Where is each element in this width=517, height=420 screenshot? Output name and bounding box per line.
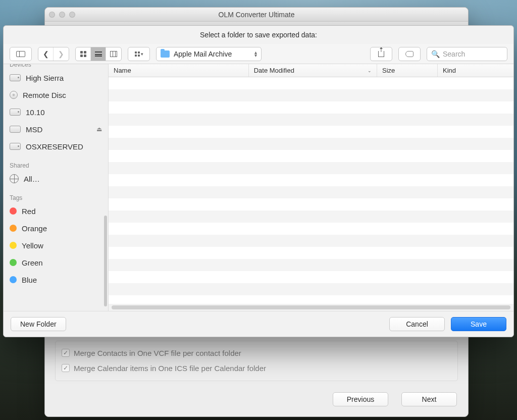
icon-view-button[interactable] (76, 47, 91, 61)
cancel-button[interactable]: Cancel (389, 317, 445, 331)
location-popup[interactable]: Apple Mail Archive ▴▾ (156, 47, 262, 61)
external-drive-icon (10, 126, 21, 133)
sidebar-section-devices: Devices (4, 64, 108, 69)
column-date-modified[interactable]: Date Modified ⌄ (249, 64, 377, 77)
sidebar-item-tag[interactable]: Green (4, 254, 108, 271)
sidebar-item-shared[interactable]: All… (4, 170, 108, 187)
export-options-panel: ✓ Merge Contacts in One VCF file per con… (55, 341, 458, 381)
tag-icon (405, 51, 413, 57)
sidebar: Devices High Sierra Remote Disc 10.10 MS… (4, 64, 109, 311)
sidebar-item-device[interactable]: Remote Disc (4, 86, 108, 103)
network-icon (10, 174, 19, 183)
column-kind[interactable]: Kind (438, 64, 513, 77)
tag-color-icon (10, 207, 17, 215)
horizontal-scrollbar[interactable] (109, 304, 513, 311)
hdd-icon (10, 143, 21, 150)
sidebar-item-label: Red (22, 207, 36, 216)
sidebar-item-tag[interactable]: Yellow (4, 237, 108, 254)
search-field[interactable]: 🔍 Search (427, 47, 507, 61)
tag-color-icon (10, 259, 17, 266)
disc-icon (10, 91, 18, 99)
search-icon: 🔍 (431, 50, 440, 58)
sidebar-item-label: MSD (26, 125, 42, 134)
folder-icon (161, 50, 170, 58)
sidebar-toggle[interactable] (10, 47, 32, 61)
sheet-prompt: Select a folder to save exported data: (4, 26, 513, 44)
save-button[interactable]: Save (451, 317, 506, 331)
titlebar[interactable]: OLM Converter Ultimate (45, 8, 468, 22)
merge-contacts-checkbox[interactable]: ✓ (62, 349, 70, 357)
chevron-up-down-icon: ▴▾ (254, 51, 257, 57)
tag-color-icon (10, 225, 17, 232)
eject-icon[interactable]: ⏏ (96, 126, 102, 133)
tag-color-icon (10, 276, 17, 283)
sidebar-section-shared: Shared (4, 160, 108, 170)
merge-calendar-checkbox[interactable]: ✓ (62, 364, 70, 372)
share-icon (378, 51, 384, 57)
hdd-icon (10, 109, 21, 116)
sheet-footer: New Folder Cancel Save (4, 311, 513, 337)
sidebar-item-tag[interactable]: Orange (4, 220, 108, 237)
sidebar-item-device[interactable]: MSD ⏏ (4, 121, 108, 138)
file-list: Name Date Modified ⌄ Size Kind (109, 64, 513, 311)
file-list-header: Name Date Modified ⌄ Size Kind (109, 64, 513, 77)
sidebar-item-label: Yellow (22, 241, 43, 250)
forward-button[interactable]: ❯ (54, 47, 69, 61)
location-label: Apple Mail Archive (174, 50, 232, 58)
tags-button[interactable] (398, 47, 421, 61)
nav-back-forward: ❮ ❯ (38, 47, 69, 61)
sidebar-section-tags: Tags (4, 192, 108, 202)
tag-color-icon (10, 242, 17, 249)
back-button[interactable]: ❮ (38, 47, 54, 61)
sidebar-item-label: Blue (22, 276, 37, 284)
merge-contacts-label: Merge Contacts in One VCF file per conta… (74, 349, 241, 357)
sidebar-item-label: Orange (22, 224, 47, 233)
toolbar: ❮ ❯ ▾ Apple Mail Archive ▴▾ 🔍 Search (4, 44, 513, 64)
hdd-icon (10, 74, 21, 81)
search-placeholder: Search (443, 50, 465, 58)
group-by-button[interactable]: ▾ (128, 47, 150, 61)
file-list-rows[interactable] (109, 77, 513, 304)
share-button[interactable] (370, 47, 392, 61)
list-view-button[interactable] (91, 47, 106, 61)
sidebar-item-device[interactable]: 10.10 (4, 103, 108, 121)
sidebar-scrollbar[interactable] (104, 216, 107, 306)
sidebar-item-label: OSXRESERVED (26, 142, 83, 151)
column-size[interactable]: Size (377, 64, 438, 77)
sidebar-item-device[interactable]: High Sierra (4, 69, 108, 86)
sidebar-item-tag[interactable]: Red (4, 202, 108, 220)
window-title: OLM Converter Ultimate (45, 11, 468, 19)
sidebar-item-label: High Sierra (26, 74, 64, 82)
sidebar-item-label: Remote Disc (23, 91, 66, 99)
sidebar-item-label: Green (22, 258, 43, 267)
save-panel: Select a folder to save exported data: ❮… (3, 25, 514, 337)
previous-button[interactable]: Previous (333, 392, 388, 406)
merge-calendar-label: Merge Calendar items in One ICS file per… (74, 364, 266, 373)
column-view-button[interactable] (106, 47, 121, 61)
view-mode-group (75, 47, 122, 61)
sidebar-icon (16, 51, 25, 57)
sidebar-item-label: All… (24, 175, 40, 183)
next-button[interactable]: Next (401, 392, 457, 406)
sort-indicator-icon: ⌄ (368, 68, 372, 73)
sidebar-item-label: 10.10 (26, 108, 45, 117)
new-folder-button[interactable]: New Folder (11, 317, 66, 331)
sidebar-item-device[interactable]: OSXRESERVED (4, 138, 108, 155)
sidebar-item-tag[interactable]: Blue (4, 271, 108, 288)
column-name[interactable]: Name (109, 64, 249, 77)
